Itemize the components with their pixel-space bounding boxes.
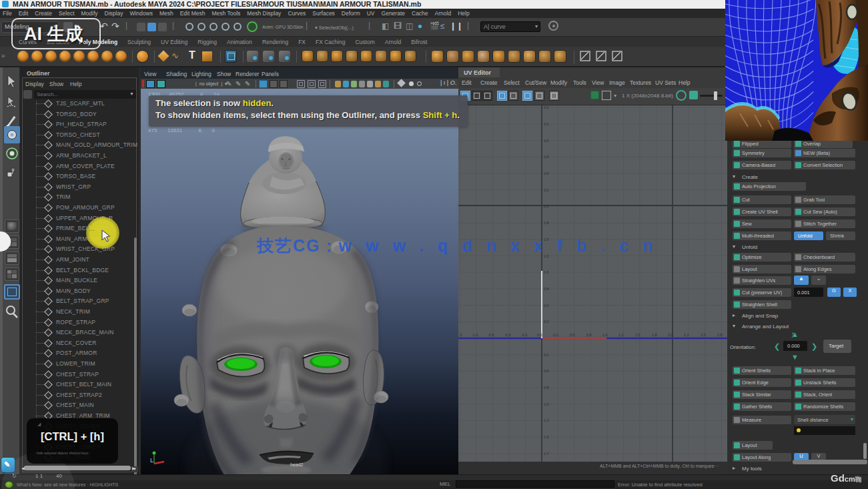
- svg-text:-1.0: -1.0: [472, 333, 478, 337]
- svg-text:2.8: 2.8: [717, 333, 723, 337]
- svg-text:0.2: 0.2: [544, 320, 549, 324]
- svg-text:1.8: 1.8: [652, 333, 657, 337]
- svg-text:2.5: 2.5: [701, 333, 706, 337]
- svg-text:0.5: 0.5: [544, 369, 549, 373]
- svg-text:L: L: [150, 457, 153, 464]
- svg-text:0.8: 0.8: [544, 386, 549, 390]
- svg-text:2.2: 2.2: [544, 188, 549, 192]
- svg-text:0.2: 0.2: [544, 353, 549, 357]
- svg-text:0.0: 0.0: [537, 333, 542, 337]
- svg-text:1.5: 1.5: [544, 435, 549, 439]
- svg-text:1.2: 1.2: [544, 418, 549, 422]
- svg-text:2.5: 2.5: [544, 171, 549, 175]
- svg-text:-0.5: -0.5: [504, 333, 510, 337]
- svg-text:1.7: 1.7: [544, 452, 549, 456]
- svg-text:-0.8: -0.8: [488, 333, 494, 337]
- svg-text:0.2: 0.2: [553, 333, 558, 337]
- svg-text:2.2: 2.2: [684, 333, 689, 337]
- svg-text:1.8: 1.8: [544, 221, 549, 225]
- svg-text:0.8: 0.8: [544, 287, 549, 291]
- svg-text:0.8: 0.8: [586, 333, 592, 337]
- svg-text:1.5: 1.5: [635, 333, 640, 337]
- svg-text:-1.2: -1.2: [458, 333, 462, 337]
- svg-text:2.0: 2.0: [668, 333, 673, 337]
- svg-text:1.2: 1.2: [618, 333, 624, 337]
- svg-text:0.5: 0.5: [544, 304, 549, 308]
- svg-text:2.0: 2.0: [544, 204, 549, 208]
- svg-text:3.0: 3.0: [544, 139, 549, 143]
- svg-text:1.0: 1.0: [544, 270, 549, 274]
- svg-text:3.2: 3.2: [544, 122, 549, 126]
- svg-text:2.8: 2.8: [544, 155, 549, 159]
- svg-text:0.5: 0.5: [570, 333, 575, 337]
- svg-text:head2: head2: [290, 462, 304, 467]
- svg-text:1.0: 1.0: [544, 402, 549, 406]
- svg-text:-0.2: -0.2: [521, 333, 527, 337]
- svg-text:3.5: 3.5: [544, 105, 549, 109]
- svg-text:1.0: 1.0: [602, 333, 608, 337]
